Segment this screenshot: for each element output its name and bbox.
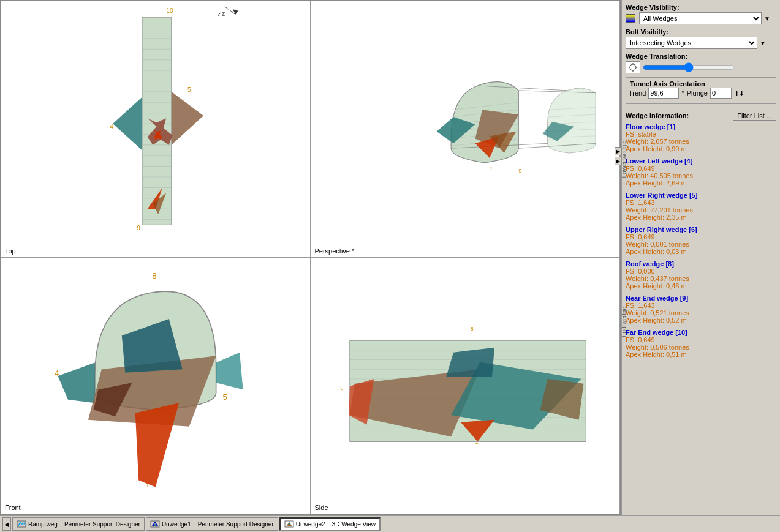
taskbar-btn-ramp[interactable]: Ramp.weg – Perimeter Support Designer <box>12 517 145 531</box>
wedge-lower-left-4-title[interactable]: Lower Left wedge [4] <box>626 157 776 165</box>
perspective-viewport-label: Perspective * <box>315 247 355 255</box>
front-viewport-label: Front <box>5 504 21 511</box>
wedge-roof-8-weight: Weight: 0,437 tonnes <box>626 275 776 282</box>
wedge-floor-1-weight: Weight: 2,657 tonnes <box>626 138 776 145</box>
wedge-lower-right-5-apex: Apex Height: 2,35 m <box>626 214 776 221</box>
plunge-spinner[interactable]: ⬆⬇ <box>734 90 744 97</box>
taskbar-btn1-icon <box>17 519 26 529</box>
wedge-lower-left-4-fs: FS: 0,649 <box>626 165 776 172</box>
wedge-roof-8-fs: FS: 0,000 <box>626 268 776 275</box>
taskbar-btn3-label: Unwedge2 – 3D Wedge View <box>296 521 376 528</box>
svg-text:9: 9 <box>518 167 521 174</box>
wedge-upper-right-6-fs: FS: 0,649 <box>626 233 776 241</box>
degree-symbol: ° <box>681 89 684 97</box>
side-viewport-label: Side <box>315 504 328 511</box>
svg-text:5: 5 <box>223 392 227 401</box>
svg-rect-9 <box>142 17 172 225</box>
svg-text:1: 1 <box>490 165 493 171</box>
viewport-front[interactable]: 8 6 4 9 5 1 <box>1 258 311 515</box>
svg-text:8: 8 <box>152 271 156 280</box>
bolt-visibility-dropdown[interactable]: Intersecting Wedges <box>626 37 757 49</box>
scroll-down-arrow[interactable]: ▶ <box>615 157 622 165</box>
wedge-lower-left-4-apex: Apex Height: 2,69 m <box>626 179 776 187</box>
wedge-roof-8-title[interactable]: Roof wedge [8] <box>626 260 776 268</box>
taskbar-btn2-label: Unwedge1 – Perimeter Support Designer <box>162 521 274 528</box>
wedge-visibility-icon <box>626 14 635 23</box>
wedge-roof-8[interactable]: Roof wedge [8] FS: 0,000 Weight: 0,437 t… <box>626 260 776 290</box>
translation-slider[interactable] <box>643 62 735 72</box>
taskbar-btn2-icon <box>150 519 160 529</box>
wedge-far-end-10-title[interactable]: Far End wedge [10] <box>626 329 776 336</box>
svg-text:10: 10 <box>166 7 173 14</box>
wedge-near-end-9-apex: Apex Height: 0,52 m <box>626 317 776 324</box>
svg-text:9: 9 <box>340 385 343 392</box>
wedge-roof-8-apex: Apex Height: 0,46 m <box>626 282 776 290</box>
svg-text:8: 8 <box>470 325 473 332</box>
wedge-near-end-9-fs: FS: 1,643 <box>626 302 776 309</box>
wedge-near-end-9-weight: Weight: 0,521 tonnes <box>626 309 776 317</box>
taskbar-btn3-icon <box>284 519 294 529</box>
wedge-visibility-dropdown[interactable]: All Wedges <box>639 12 762 24</box>
scroll-arrows-area: ▶ ▶ <box>615 147 622 165</box>
wedge-far-end-10[interactable]: Far End wedge [10] FS: 0,649 Weight: 0,5… <box>626 329 776 358</box>
taskbar: ◀ Ramp.weg – Perimeter Support Designer … <box>0 515 780 532</box>
tunnel-axis-section: Tunnel Axis Orientation Trend ° Plunge ⬆… <box>626 77 776 104</box>
wedge-upper-right-6-apex: Apex Height: 0,03 m <box>626 248 776 255</box>
wedge-near-end-9[interactable]: Near End wedge [9] FS: 1,643 Weight: 0,5… <box>626 294 776 324</box>
svg-text:↙Z: ↙Z <box>217 11 225 17</box>
wedge-near-end-9-title[interactable]: Near End wedge [9] <box>626 294 776 302</box>
wedge-floor-1-fs: FS: stable <box>626 130 776 138</box>
filter-list-button[interactable]: Filter List ... <box>733 111 776 121</box>
wedge-floor-1[interactable]: Floor wedge [1] FS: stable Weight: 2,657… <box>626 123 776 152</box>
plunge-input[interactable] <box>710 88 732 99</box>
bolt-visibility-arrow: ▼ <box>760 40 766 47</box>
taskbar-btn1-label: Ramp.weg – Perimeter Support Designer <box>28 521 140 528</box>
wedge-lower-right-5-title[interactable]: Lower Right wedge [5] <box>626 192 776 199</box>
wedge-far-end-10-weight: Weight: 0,506 tonnes <box>626 343 776 351</box>
wedge-translation-label: Wedge Translation: <box>626 53 776 60</box>
svg-text:5: 5 <box>187 86 191 93</box>
end-wedge-side-label: End wedge <box>621 307 627 337</box>
wedge-translation-section: Wedge Translation: <box>626 53 776 73</box>
taskbar-btn-unwedge2[interactable]: Unwedge2 – 3D Wedge View <box>279 517 381 531</box>
translation-icon[interactable] <box>626 61 640 73</box>
viewport-perspective[interactable]: 8 6 4 1 9 <box>311 1 621 258</box>
wedge-info-header: Wedge Information: Filter List ... <box>626 111 776 121</box>
wedge-visibility-section: Wedge Visibility: All Wedges ▼ <box>626 4 776 24</box>
top-viewport-label: Top <box>5 247 16 255</box>
trend-label: Trend <box>629 89 646 97</box>
svg-text:4: 4 <box>110 124 113 130</box>
wedge-visibility-label: Wedge Visibility: <box>626 4 776 11</box>
wedge-far-end-10-fs: FS: 0,649 <box>626 336 776 343</box>
tunnel-axis-title: Tunnel Axis Orientation <box>629 80 706 88</box>
svg-point-96 <box>630 64 636 70</box>
taskbar-btn-unwedge1[interactable]: Unwedge1 – Perimeter Support Designer <box>146 517 278 531</box>
wedge-lower-right-5[interactable]: Lower Right wedge [5] FS: 1,643 Weight: … <box>626 192 776 221</box>
bolt-visibility-section: Bolt Visibilty: Intersecting Wedges ▼ <box>626 28 776 49</box>
wedge-lower-left-4-weight: Weight: 40,505 tonnes <box>626 172 776 179</box>
plunge-label: Plunge <box>687 89 708 97</box>
wedge-info-label: Wedge Information: <box>626 112 689 119</box>
wedge-lower-right-5-fs: FS: 1,643 <box>626 199 776 206</box>
scroll-up-arrow[interactable]: ▶ <box>615 147 622 155</box>
wedge-visibility-arrow: ▼ <box>764 15 770 22</box>
taskbar-scroll-left[interactable]: ◀ <box>2 517 11 531</box>
wedge-upper-right-6[interactable]: Upper Right wedge [6] FS: 0,649 Weight: … <box>626 226 776 255</box>
wedge-upper-right-6-title[interactable]: Upper Right wedge [6] <box>626 226 776 233</box>
wedge-floor-1-apex: Apex Height: 0,90 m <box>626 145 776 152</box>
wedge-far-end-10-apex: Apex Height: 0,51 m <box>626 351 776 358</box>
wedge-upper-right-6-weight: Weight: 0,001 tonnes <box>626 241 776 248</box>
svg-text:9: 9 <box>137 225 140 231</box>
bolt-visibility-label: Bolt Visibilty: <box>626 28 776 36</box>
wedge-floor-1-title[interactable]: Floor wedge [1] <box>626 123 776 130</box>
trend-input[interactable] <box>648 88 679 99</box>
viewport-side[interactable]: 8 6 9 10 1 <box>311 258 621 515</box>
wedge-lower-left-4[interactable]: Lower Left wedge [4] FS: 0,649 Weight: 4… <box>626 157 776 187</box>
wedge-lower-right-5-weight: Weight: 27,201 tonnes <box>626 206 776 214</box>
viewport-top[interactable]: 10 4 5 8 9 ↙Z <box>1 1 311 258</box>
